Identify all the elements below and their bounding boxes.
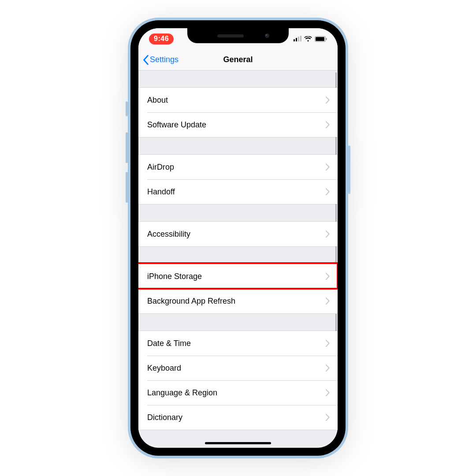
settings-row-date-time[interactable]: Date & Time	[138, 331, 338, 356]
section-1: AirDrop Handoff	[138, 154, 338, 205]
chevron-right-icon	[326, 298, 330, 305]
chevron-left-icon	[143, 55, 149, 65]
row-label: iPhone Storage	[147, 272, 202, 281]
wifi-icon	[304, 36, 312, 42]
row-label: Dictionary	[147, 413, 182, 422]
settings-row-keyboard[interactable]: Keyboard	[138, 356, 338, 380]
section-0: About Software Update	[138, 87, 338, 138]
back-button[interactable]: Settings	[143, 49, 178, 70]
power-button	[348, 145, 350, 194]
settings-row-software-update[interactable]: Software Update	[138, 112, 338, 137]
row-label: AirDrop	[147, 163, 174, 172]
phone-device-frame: 9:46	[128, 18, 348, 458]
chevron-right-icon	[326, 188, 330, 195]
settings-list: About Software Update AirDrop	[138, 71, 338, 430]
row-label: Handoff	[147, 187, 175, 197]
settings-row-background-app-refresh[interactable]: Background App Refresh	[138, 289, 338, 313]
cellular-signal-icon	[294, 36, 301, 41]
row-label: Date & Time	[147, 339, 191, 348]
row-label: Accessibility	[147, 230, 190, 239]
settings-row-about[interactable]: About	[138, 88, 338, 112]
settings-row-accessibility[interactable]: Accessibility	[138, 222, 338, 246]
settings-row-handoff[interactable]: Handoff	[138, 179, 338, 204]
back-button-label: Settings	[150, 55, 178, 64]
row-label: Software Update	[147, 120, 206, 130]
chevron-right-icon	[326, 273, 330, 280]
row-label: About	[147, 96, 168, 105]
chevron-right-icon	[326, 231, 330, 238]
mute-switch	[126, 101, 128, 116]
settings-row-language-region[interactable]: Language & Region	[138, 380, 338, 405]
settings-row-iphone-storage[interactable]: iPhone Storage	[138, 264, 338, 289]
section-4: Date & Time Keyboard Language & Region	[138, 331, 338, 430]
home-indicator[interactable]	[205, 442, 271, 444]
chevron-right-icon	[326, 164, 330, 171]
speaker-grille	[217, 34, 244, 37]
svg-rect-1	[316, 37, 324, 41]
chevron-right-icon	[326, 389, 330, 396]
settings-row-dictionary[interactable]: Dictionary	[138, 405, 338, 430]
status-time-recording-indicator[interactable]: 9:46	[149, 33, 174, 45]
svg-rect-2	[326, 38, 327, 40]
volume-up-button	[126, 132, 128, 163]
row-label: Language & Region	[147, 388, 217, 398]
section-2: Accessibility	[138, 221, 338, 247]
settings-row-airdrop[interactable]: AirDrop	[138, 155, 338, 179]
nav-header: Settings General	[138, 49, 338, 71]
page-title: General	[223, 55, 253, 64]
row-label: Background App Refresh	[147, 297, 235, 306]
chevron-right-icon	[326, 414, 330, 421]
chevron-right-icon	[326, 121, 330, 128]
front-camera	[265, 33, 269, 38]
notch	[187, 28, 289, 43]
chevron-right-icon	[326, 364, 330, 372]
row-label: Keyboard	[147, 364, 181, 373]
chevron-right-icon	[326, 340, 330, 347]
battery-icon	[315, 36, 327, 42]
volume-down-button	[126, 172, 128, 203]
chevron-right-icon	[326, 97, 330, 104]
section-3: iPhone Storage Background App Refresh	[138, 264, 338, 314]
screen: 9:46	[138, 28, 338, 448]
